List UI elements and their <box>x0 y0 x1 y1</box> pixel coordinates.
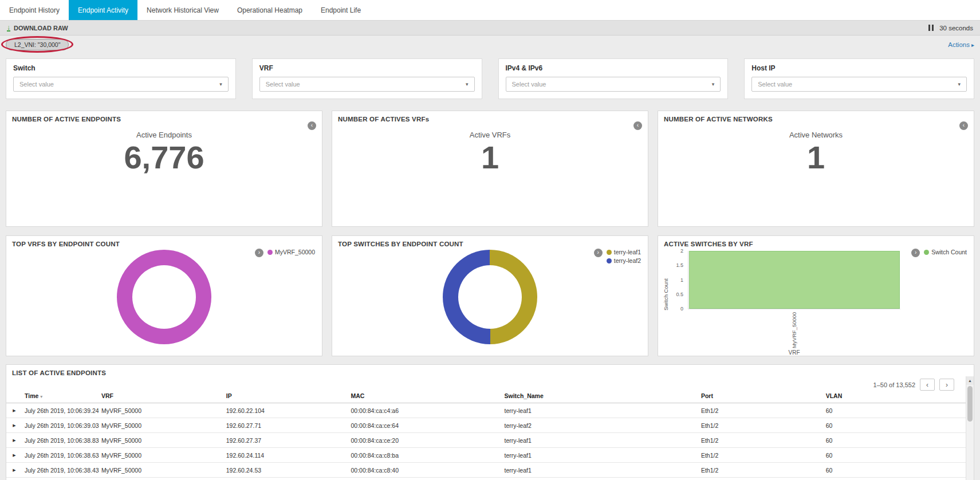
cell-mac: 00:00:84:ca:c4:a6 <box>349 403 502 418</box>
expand-circle-icon[interactable]: › <box>594 249 603 257</box>
cell-switch-name: terry-leaf1 <box>502 463 699 478</box>
card-active-endpoints: NUMBER OF ACTIVE ENDPOINTS ‹ Active Endp… <box>6 111 322 227</box>
column-header-vlan[interactable]: VLAN <box>824 389 966 403</box>
download-raw-label: DOWNLOAD RAW <box>14 25 68 32</box>
donut-chart-top-switches <box>443 250 537 344</box>
cell-port: Eth1/2 <box>699 403 824 418</box>
card-title: ACTIVE SWITCHES BY VRF <box>658 236 974 247</box>
table-row[interactable]: ▶ July 26th 2019, 10:06:39.036 MyVRF_500… <box>6 418 966 433</box>
legend-dot <box>607 250 612 255</box>
refresh-controls: 30 seconds <box>928 25 973 32</box>
legend-item-terry-leaf1[interactable]: terry-leaf1 <box>607 249 641 255</box>
expand-column-header <box>6 389 22 403</box>
tab-operational-heatmap[interactable]: Operational Heatmap <box>228 0 312 20</box>
tab-network-historical-view[interactable]: Network Historical View <box>137 0 228 20</box>
filter-placeholder: Select value <box>19 81 54 88</box>
filter-select-vrf[interactable]: Select value ▾ <box>259 77 475 92</box>
stat-label: Active Endpoints <box>6 131 322 139</box>
cell-port: Eth1/2 <box>699 448 824 463</box>
filter-label-vrf: VRF <box>259 64 475 72</box>
stat-value-active-networks: 1 <box>658 139 974 176</box>
cell-port: Eth1/2 <box>699 418 824 433</box>
cell-port: Eth1/2 <box>699 433 824 448</box>
chevron-down-icon: ▾ <box>712 81 715 87</box>
tab-endpoint-history[interactable]: Endpoint History <box>0 0 69 20</box>
column-header-port[interactable]: Port <box>699 389 824 403</box>
tab-endpoint-life[interactable]: Endpoint Life <box>312 0 370 20</box>
collapse-circle-icon[interactable]: ‹ <box>308 121 316 130</box>
chevron-left-icon: ‹ <box>926 381 928 389</box>
cell-time: July 26th 2019, 10:06:39.249 <box>22 403 99 418</box>
filter-card-host-ip: Host IP Select value ▾ <box>744 58 974 99</box>
card-title: NUMBER OF ACTIVE NETWORKS <box>658 111 974 123</box>
filter-card-switch: Switch Select value ▾ <box>6 58 236 99</box>
x-axis-label: VRF <box>688 349 900 356</box>
y-axis-label: Switch Count <box>663 251 669 310</box>
chevron-down-icon: ▾ <box>219 81 222 87</box>
chevron-down-icon: ▾ <box>466 81 469 87</box>
expand-circle-icon[interactable]: › <box>255 249 263 257</box>
tab-endpoint-activity[interactable]: Endpoint Activity <box>69 0 137 20</box>
filter-label-switch: Switch <box>13 64 229 72</box>
cell-vrf: MyVRF_50000 <box>99 433 224 448</box>
filter-select-host-ip[interactable]: Select value ▾ <box>751 77 967 92</box>
cell-time: July 26th 2019, 10:06:38.836 <box>22 433 99 448</box>
filter-label-host-ip: Host IP <box>751 64 967 72</box>
cell-mac: 00:00:84:ca:ce:20 <box>349 433 502 448</box>
legend-dot <box>607 258 612 263</box>
row-expand-icon[interactable]: ▶ <box>6 403 22 418</box>
toolbar: ↓ DOWNLOAD RAW 30 seconds <box>0 21 980 36</box>
card-top-vrfs: TOP VRFS BY ENDPOINT COUNT › MyVRF_50000 <box>6 235 322 356</box>
cell-mac: 00:00:84:ca:c8:ba <box>349 448 502 463</box>
actions-link[interactable]: Actions ▸ <box>948 41 974 48</box>
filter-select-switch[interactable]: Select value ▾ <box>13 77 229 92</box>
legend-item-terry-leaf2[interactable]: terry-leaf2 <box>607 257 641 264</box>
filter-placeholder: Select value <box>512 81 546 88</box>
row-expand-icon[interactable]: ▶ <box>6 448 22 463</box>
filter-chip-row: L2_VNI: "30,000" Actions ▸ <box>0 36 980 54</box>
table-row[interactable]: ▶ July 26th 2019, 10:06:38.634 MyVRF_500… <box>6 448 966 463</box>
column-header-mac[interactable]: MAC <box>349 389 502 403</box>
actions-label: Actions <box>948 41 970 48</box>
table-row[interactable]: ▶ July 26th 2019, 10:06:39.249 MyVRF_500… <box>6 403 966 418</box>
card-title: TOP SWITCHES BY ENDPOINT COUNT <box>332 236 648 247</box>
collapse-circle-icon[interactable]: ‹ <box>633 121 642 130</box>
collapse-circle-icon[interactable]: ‹ <box>959 121 968 130</box>
pagination-range-label: 1–50 of 13,552 <box>873 381 915 388</box>
cell-time: July 26th 2019, 10:06:38.435 <box>22 463 99 478</box>
cell-ip: 192.60.22.104 <box>224 403 349 418</box>
card-title: TOP VRFS BY ENDPOINT COUNT <box>6 236 322 247</box>
vertical-scrollbar[interactable]: ▲ <box>966 376 974 480</box>
filter-placeholder: Select value <box>758 81 792 88</box>
table-row[interactable]: ▶ July 26th 2019, 10:06:38.836 MyVRF_500… <box>6 433 966 448</box>
download-raw-button[interactable]: ↓ DOWNLOAD RAW <box>7 25 68 32</box>
cell-ip: 192.60.24.53 <box>224 463 349 478</box>
cell-vlan: 60 <box>824 433 966 448</box>
cell-vrf: MyVRF_50000 <box>99 418 224 433</box>
chart-legend: › terry-leaf1 terry-leaf2 <box>594 249 641 264</box>
scrollbar-thumb[interactable] <box>967 386 973 422</box>
chart-legend: › MyVRF_50000 <box>255 249 315 257</box>
table-row[interactable]: ▶ July 26th 2019, 10:06:38.435 MyVRF_500… <box>6 463 966 478</box>
column-header-vrf[interactable]: VRF <box>99 389 224 403</box>
column-header-switch-name[interactable]: Switch_Name <box>502 389 699 403</box>
filter-select-ipv4-ipv6[interactable]: Select value ▾ <box>506 77 721 92</box>
download-icon: ↓ <box>7 25 10 32</box>
sort-desc-icon: ▾ <box>40 394 42 399</box>
filter-chip-l2-vni[interactable]: L2_VNI: "30,000" <box>6 39 69 50</box>
row-expand-icon[interactable]: ▶ <box>6 433 22 448</box>
pause-icon[interactable] <box>928 25 934 31</box>
table-header-row: Time▾ VRF IP MAC Switch_Name Port VLAN <box>6 389 966 403</box>
chevron-right-icon: › <box>946 381 948 389</box>
column-header-ip[interactable]: IP <box>224 389 349 403</box>
legend-item-myvrf[interactable]: MyVRF_50000 <box>267 249 315 255</box>
row-expand-icon[interactable]: ▶ <box>6 463 22 478</box>
actions-arrow-icon: ▸ <box>971 42 974 48</box>
row-expand-icon[interactable]: ▶ <box>6 418 22 433</box>
chart-card-row: TOP VRFS BY ENDPOINT COUNT › MyVRF_50000… <box>0 227 980 356</box>
column-header-time[interactable]: Time▾ <box>22 389 99 403</box>
cell-switch-name: terry-leaf1 <box>502 433 699 448</box>
scroll-up-icon[interactable]: ▲ <box>966 376 974 385</box>
main-tabbar: Endpoint History Endpoint Activity Netwo… <box>0 0 980 21</box>
card-active-vrfs: NUMBER OF ACTIVES VRFs ‹ Active VRFs 1 <box>332 111 648 227</box>
